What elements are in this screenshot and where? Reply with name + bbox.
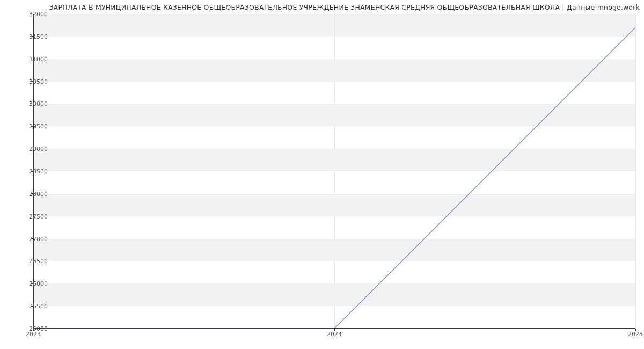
vgrid-line bbox=[635, 14, 636, 329]
series-line-salary bbox=[33, 27, 635, 329]
xtick-label: 2024 bbox=[327, 331, 342, 338]
line-layer bbox=[33, 14, 635, 329]
xtick-label: 2025 bbox=[628, 331, 643, 338]
xtick-label: 2023 bbox=[26, 331, 41, 338]
chart-title: ЗАРПЛАТА В МУНИЦИПАЛЬНОЕ КАЗЕННОЕ ОБЩЕОБ… bbox=[0, 3, 640, 11]
plot-area: 2500025500260002650027000275002800028500… bbox=[33, 14, 635, 329]
chart-container: ЗАРПЛАТА В МУНИЦИПАЛЬНОЕ КАЗЕННОЕ ОБЩЕОБ… bbox=[0, 0, 644, 349]
